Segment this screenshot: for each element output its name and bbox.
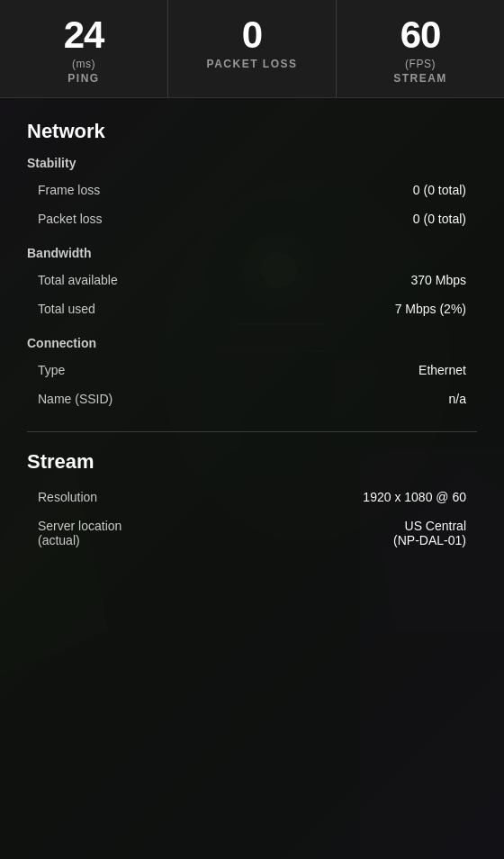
total-used-row: Total used 7 Mbps (2%) [27, 294, 477, 323]
ssid-value: n/a [449, 392, 466, 406]
stream-title: Stream [27, 450, 477, 474]
bandwidth-label: Bandwidth [27, 246, 477, 260]
packet-loss-row-value: 0 (0 total) [413, 212, 466, 226]
connection-label: Connection [27, 336, 477, 350]
packet-loss-row: Packet loss 0 (0 total) [27, 204, 477, 233]
stability-label: Stability [27, 156, 477, 170]
ping-value: 24 [9, 16, 158, 54]
resolution-row: Resolution 1920 x 1080 @ 60 [27, 483, 477, 511]
resolution-value: 1920 x 1080 @ 60 [363, 490, 466, 504]
stream-label: STREAM [346, 72, 495, 85]
type-value: Ethernet [418, 363, 466, 377]
total-available-value: 370 Mbps [411, 273, 466, 287]
server-location-label-line2: (actual) [38, 533, 122, 547]
ping-unit: (ms) [9, 58, 158, 70]
stream-unit: (FPS) [346, 58, 495, 70]
resolution-label: Resolution [38, 490, 97, 504]
ssid-label: Name (SSID) [38, 392, 112, 406]
packet-loss-value: 0 [177, 16, 327, 54]
frame-loss-row: Frame loss 0 (0 total) [27, 176, 477, 204]
frame-loss-label: Frame loss [38, 183, 100, 197]
stats-bar: 24 (ms) PING 0 PACKET LOSS 60 (FPS) STRE… [0, 0, 504, 98]
server-location-label-line1: Server location [38, 519, 122, 533]
frame-loss-value: 0 (0 total) [413, 183, 466, 197]
server-location-value: US Central (NP-DAL-01) [393, 519, 466, 547]
total-used-label: Total used [38, 302, 95, 316]
server-location-value-line1: US Central [405, 519, 466, 533]
ssid-row: Name (SSID) n/a [27, 384, 477, 413]
type-label: Type [38, 363, 65, 377]
total-available-row: Total available 370 Mbps [27, 266, 477, 294]
packet-loss-label: PACKET LOSS [177, 58, 327, 70]
packet-loss-stat: 0 PACKET LOSS [168, 0, 337, 97]
server-location-label: Server location (actual) [38, 519, 122, 547]
total-available-label: Total available [38, 273, 118, 287]
ping-stat: 24 (ms) PING [0, 0, 168, 97]
ping-label: PING [9, 72, 158, 85]
total-used-value: 7 Mbps (2%) [395, 302, 466, 316]
network-section: Network Stability Frame loss 0 (0 total)… [0, 98, 504, 413]
server-location-row: Server location (actual) US Central (NP-… [27, 511, 477, 555]
network-title: Network [27, 120, 477, 143]
stream-stat: 60 (FPS) STREAM [337, 0, 504, 97]
stream-section: Stream Resolution 1920 x 1080 @ 60 Serve… [0, 450, 504, 555]
type-row: Type Ethernet [27, 356, 477, 384]
stream-value: 60 [346, 16, 495, 54]
server-location-value-line2: (NP-DAL-01) [393, 533, 466, 547]
packet-loss-row-label: Packet loss [38, 212, 103, 226]
section-divider [27, 431, 477, 432]
